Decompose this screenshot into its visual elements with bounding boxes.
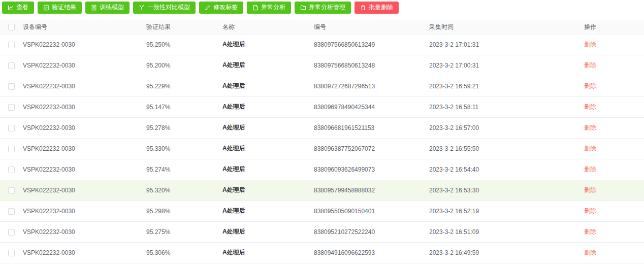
select-all-checkbox[interactable] xyxy=(8,24,15,30)
cell-verify-result: 95.250% xyxy=(146,34,222,55)
cell-device-number: VSPK022232-0030 xyxy=(23,96,146,117)
delete-link[interactable]: 删除 xyxy=(584,82,596,89)
row-checkbox[interactable] xyxy=(8,187,15,194)
toolbar-button-chart-line[interactable]: 查看 xyxy=(2,2,34,14)
cell-collect-time: 2023-3-2 16:54:40 xyxy=(429,159,583,180)
cell-verify-result: 95.298% xyxy=(146,201,222,221)
table-body: VSPK022232-0030 95.250% A处理后 83809756685… xyxy=(0,34,644,263)
cell-name: A处理后 xyxy=(222,180,314,201)
cell-device-number: VSPK022232-0030 xyxy=(23,159,146,180)
column-header-device: 设备编号 xyxy=(23,20,146,34)
cell-verify-result: 95.274% xyxy=(146,159,222,180)
cell-collect-time: 2023-3-2 16:53:30 xyxy=(429,180,583,201)
cell-number: 838095210272522240 xyxy=(314,221,429,242)
toolbar-button-label: 异常分析管理 xyxy=(309,3,345,12)
table-row: VSPK022232-0030 95.330% A处理后 83809638775… xyxy=(0,138,644,159)
delete-link[interactable]: 删除 xyxy=(584,165,596,173)
toolbar-button-label: 修改标签 xyxy=(213,3,238,12)
toolbar-button-branch-y[interactable]: 一致性对比模型 xyxy=(133,2,196,14)
table-header-row: 设备编号 验证结果 名称 编号 采集时间 操作 xyxy=(0,20,644,34)
row-checkbox[interactable] xyxy=(8,83,15,90)
toolbar-button-report[interactable]: 验证结果 xyxy=(38,2,82,14)
row-checkbox[interactable] xyxy=(8,229,15,236)
toolbar-button-notebook[interactable]: 训练模型 xyxy=(85,2,130,14)
cell-device-number: VSPK022232-0030 xyxy=(23,242,146,263)
cell-collect-time: 2023-3-2 17:01:31 xyxy=(429,34,583,55)
cell-collect-time: 2023-3-2 16:55:50 xyxy=(429,138,583,159)
cell-device-number: VSPK022232-0030 xyxy=(23,117,146,138)
cell-name: A处理后 xyxy=(222,76,314,96)
table-row: VSPK022232-0030 95.250% A处理后 83809756685… xyxy=(0,34,644,55)
table-row: VSPK022232-0030 95.275% A处理后 83809521027… xyxy=(0,221,644,242)
row-checkbox[interactable] xyxy=(8,167,15,173)
cell-collect-time: 2023-3-2 16:58:11 xyxy=(429,96,583,117)
cell-name: A处理后 xyxy=(222,117,314,138)
cell-verify-result: 95.275% xyxy=(146,221,222,242)
chart-line-icon xyxy=(8,5,14,11)
cell-device-number: VSPK022232-0030 xyxy=(23,221,146,242)
cell-collect-time: 2023-3-2 16:57:00 xyxy=(429,117,583,138)
toolbar: 查看 验证结果 训练模型 一致性对比模型 修改标签 异常分析 异常分析管理 批量… xyxy=(0,0,644,15)
toolbar-button-label: 批量删除 xyxy=(369,3,393,12)
row-checkbox[interactable] xyxy=(8,208,15,215)
trash-icon xyxy=(360,5,366,11)
cell-number: 838094916096622593 xyxy=(314,242,429,263)
cell-verify-result: 95.330% xyxy=(146,138,222,159)
column-header-name: 名称 xyxy=(222,20,314,34)
toolbar-button-folder[interactable]: 异常分析管理 xyxy=(295,2,351,14)
row-checkbox[interactable] xyxy=(8,146,15,152)
toolbar-button-label: 一致性对比模型 xyxy=(147,3,190,12)
toolbar-button-label: 验证结果 xyxy=(52,3,76,12)
delete-link[interactable]: 删除 xyxy=(584,207,596,214)
cell-number: 838095799458988032 xyxy=(314,180,429,201)
column-header-result: 验证结果 xyxy=(146,20,222,34)
column-header-number: 编号 xyxy=(314,20,429,34)
row-checkbox[interactable] xyxy=(8,104,15,111)
delete-link[interactable]: 删除 xyxy=(584,145,596,152)
row-checkbox[interactable] xyxy=(8,62,15,69)
toolbar-button-file[interactable]: 异常分析 xyxy=(247,2,291,14)
branch-y-icon xyxy=(139,5,145,11)
cell-device-number: VSPK022232-0030 xyxy=(23,138,146,159)
cell-name: A处理后 xyxy=(222,159,314,180)
table-row: VSPK022232-0030 95.306% A处理后 83809491609… xyxy=(0,242,644,263)
row-checkbox[interactable] xyxy=(8,42,15,48)
cell-collect-time: 2023-3-2 16:59:21 xyxy=(429,76,583,96)
report-icon xyxy=(43,5,49,11)
toolbar-button-label: 异常分析 xyxy=(261,3,285,12)
delete-link[interactable]: 删除 xyxy=(584,41,596,48)
table-row: VSPK022232-0030 95.298% A处理后 83809550509… xyxy=(0,201,644,221)
cell-device-number: VSPK022232-0030 xyxy=(23,180,146,201)
toolbar-button-label: 查看 xyxy=(16,3,28,12)
table-row: VSPK022232-0030 95.147% A处理后 83809697849… xyxy=(0,96,644,117)
delete-link[interactable]: 删除 xyxy=(584,124,596,131)
cell-collect-time: 2023-3-2 17:00:31 xyxy=(429,55,583,76)
cell-collect-time: 2023-3-2 16:52:19 xyxy=(429,201,583,221)
notebook-icon xyxy=(91,5,97,11)
cell-number: 838096093626499073 xyxy=(314,159,429,180)
cell-number: 838097566850613249 xyxy=(314,34,429,55)
cell-device-number: VSPK022232-0030 xyxy=(23,76,146,96)
row-checkbox[interactable] xyxy=(8,125,15,131)
cell-number: 838096387752067072 xyxy=(314,138,429,159)
delete-link[interactable]: 删除 xyxy=(584,228,596,235)
delete-link[interactable]: 删除 xyxy=(584,103,596,110)
cell-verify-result: 95.320% xyxy=(146,180,222,201)
cell-verify-result: 95.278% xyxy=(146,117,222,138)
data-table: 设备编号 验证结果 名称 编号 采集时间 操作 VSPK022232-0030 … xyxy=(0,20,644,263)
table-row: VSPK022232-0030 95.229% A处理后 83809727268… xyxy=(0,76,644,96)
cell-name: A处理后 xyxy=(222,96,314,117)
cell-name: A处理后 xyxy=(222,221,314,242)
delete-link[interactable]: 删除 xyxy=(584,61,596,69)
delete-link[interactable]: 删除 xyxy=(584,249,596,256)
toolbar-button-trash[interactable]: 批量删除 xyxy=(355,2,399,14)
toolbar-button-pen[interactable]: 修改标签 xyxy=(199,2,243,14)
table-row: VSPK022232-0030 95.274% A处理后 83809609362… xyxy=(0,159,644,180)
delete-link[interactable]: 删除 xyxy=(584,186,596,193)
row-checkbox[interactable] xyxy=(8,250,15,256)
cell-number: 838097272687296513 xyxy=(314,76,429,96)
cell-name: A处理后 xyxy=(222,201,314,221)
cell-name: A处理后 xyxy=(222,55,314,76)
cell-verify-result: 95.229% xyxy=(146,76,222,96)
cell-device-number: VSPK022232-0030 xyxy=(23,55,146,76)
